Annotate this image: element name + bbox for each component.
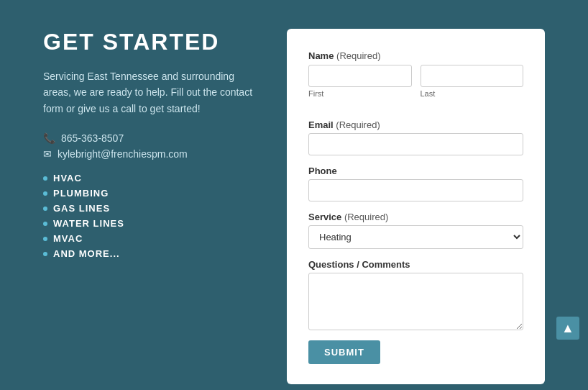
name-row: First Last	[308, 65, 523, 108]
email-group: Email (Required)	[308, 119, 523, 155]
email-info: ✉ kylebright@frenchiespm.com	[43, 148, 258, 160]
last-name-input[interactable]	[421, 65, 524, 87]
service-label: Service (Required)	[308, 212, 523, 222]
service-list-item: WATER LINES	[43, 218, 258, 229]
service-list-item: PLUMBING	[43, 188, 258, 199]
phone-group: Phone	[308, 165, 523, 201]
questions-label: Questions / Comments	[308, 259, 523, 270]
phone-input[interactable]	[308, 179, 523, 201]
service-list-item: AND MORE...	[43, 248, 258, 259]
last-label: Last	[421, 89, 524, 98]
contact-form-panel: Name (Required) First Last Email (Requ	[287, 29, 545, 384]
last-name-group: Last	[421, 65, 524, 98]
service-list-item: MVAC	[43, 233, 258, 244]
contact-info: 📞 865-363-8507 ✉ kylebright@frenchiespm.…	[43, 132, 258, 160]
first-label: First	[308, 89, 412, 98]
phone-number: 865-363-8507	[61, 132, 124, 144]
page-description: Servicing East Tennessee and surrounding…	[43, 68, 258, 117]
service-group: Service (Required) Heating Cooling Plumb…	[308, 212, 523, 249]
services-list: HVACPLUMBINGGAS LINESWATER LINESMVACAND …	[43, 173, 258, 259]
left-panel: GET STARTED Servicing East Tennessee and…	[43, 29, 258, 384]
email-label: Email (Required)	[308, 119, 523, 130]
phone-info: 📞 865-363-8507	[43, 132, 258, 144]
service-list-item: GAS LINES	[43, 203, 258, 214]
name-label: Name (Required)	[308, 50, 380, 61]
service-select[interactable]: Heating Cooling Plumbing Gas Lines Water…	[308, 225, 523, 249]
first-name-group: First	[308, 65, 412, 98]
first-name-input[interactable]	[308, 65, 412, 87]
submit-button[interactable]: SUBMIT	[308, 340, 380, 364]
email-address: kylebright@frenchiespm.com	[58, 148, 188, 160]
phone-icon: 📞	[43, 132, 55, 144]
contact-form: Name (Required) First Last Email (Requ	[308, 49, 523, 364]
phone-label: Phone	[308, 165, 523, 176]
email-input[interactable]	[308, 133, 523, 155]
page-title: GET STARTED	[43, 29, 258, 55]
service-list-item: HVAC	[43, 173, 258, 183]
back-to-top-button[interactable]: ▲	[556, 317, 579, 340]
email-icon: ✉	[43, 148, 52, 160]
questions-group: Questions / Comments	[308, 259, 523, 330]
main-content: GET STARTED Servicing East Tennessee and…	[0, 0, 588, 390]
questions-textarea[interactable]	[308, 273, 523, 330]
